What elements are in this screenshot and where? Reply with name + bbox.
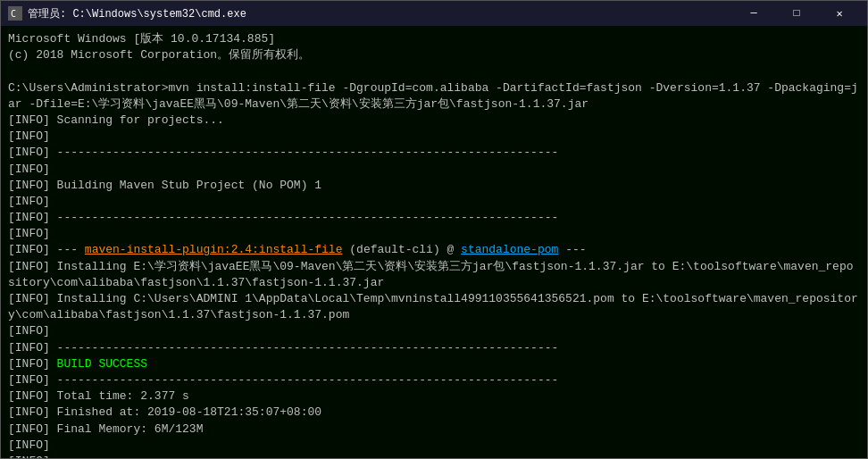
info-bracket-9: [INFO] bbox=[8, 243, 57, 256]
line-installing-1: [INFO] Installing E:\学习资料\javaEE黑马\09-Ma… bbox=[8, 259, 860, 291]
line-building: [INFO] Building Maven Stub Project (No P… bbox=[8, 178, 860, 194]
info-bracket-5: [INFO] bbox=[8, 179, 57, 192]
line-finished-at: [INFO] Finished at: 2019-08-18T21:35:07+… bbox=[8, 405, 860, 421]
line-info-blank-2: [INFO] bbox=[8, 162, 860, 178]
info-bracket-4: [INFO] bbox=[8, 163, 50, 176]
info-bracket-20: [INFO] bbox=[8, 455, 57, 458]
info-bracket-2: [INFO] bbox=[8, 129, 50, 143]
maximize-button[interactable]: □ bbox=[776, 1, 817, 26]
title-bar: C 管理员: C:\Windows\system32\cmd.exe ─ □ ✕ bbox=[1, 1, 867, 26]
line-blank-1 bbox=[8, 63, 860, 79]
line-sep-2: [INFO] ---------------------------------… bbox=[8, 210, 860, 226]
title-bar-controls: ─ □ ✕ bbox=[733, 1, 860, 26]
separator-2: ----------------------------------------… bbox=[57, 211, 559, 224]
line-final-memory: [INFO] Final Memory: 6M/123M bbox=[8, 421, 860, 438]
pom-link: standalone-pom bbox=[461, 243, 558, 256]
title-bar-title: 管理员: C:\Windows\system32\cmd.exe bbox=[28, 6, 246, 21]
separator-1: ----------------------------------------… bbox=[57, 146, 559, 159]
info-bracket-17: [INFO] bbox=[8, 405, 57, 419]
plugin-link: maven-install-plugin:2.4:install-file bbox=[85, 243, 343, 256]
info-bracket-8: [INFO] bbox=[8, 227, 50, 240]
cmd-window: C 管理员: C:\Windows\system32\cmd.exe ─ □ ✕… bbox=[0, 0, 868, 459]
line-sep-1: [INFO] ---------------------------------… bbox=[8, 145, 860, 161]
info-bracket-14: [INFO] bbox=[8, 357, 57, 371]
separator-5: ----------------------------------------… bbox=[57, 455, 559, 458]
line-total-time: [INFO] Total time: 2.377 s bbox=[8, 388, 860, 405]
cmd-icon: C bbox=[8, 6, 22, 21]
line-info-blank-4: [INFO] bbox=[8, 226, 860, 242]
info-bracket-7: [INFO] bbox=[8, 211, 57, 224]
info-bracket-19: [INFO] bbox=[8, 438, 50, 452]
info-bracket-6: [INFO] bbox=[8, 195, 50, 208]
info-bracket-16: [INFO] bbox=[8, 389, 57, 403]
info-bracket-13: [INFO] bbox=[8, 341, 57, 355]
title-bar-left: C 管理员: C:\Windows\system32\cmd.exe bbox=[8, 6, 246, 21]
info-bracket-1: [INFO] bbox=[8, 113, 57, 127]
line-scanning: [INFO] Scanning for projects... bbox=[8, 113, 860, 129]
line-copyright: (c) 2018 Microsoft Corporation。保留所有权利。 bbox=[8, 47, 860, 63]
line-info-blank-6: [INFO] bbox=[8, 438, 860, 454]
svg-text:C: C bbox=[11, 9, 16, 19]
separator-4: ----------------------------------------… bbox=[57, 373, 559, 387]
info-bracket-18: [INFO] bbox=[8, 422, 57, 436]
line-build-success: [INFO] BUILD SUCCESS bbox=[8, 356, 860, 372]
line-plugin: [INFO] --- maven-install-plugin:2.4:inst… bbox=[8, 242, 860, 258]
info-bracket-10: [INFO] bbox=[8, 260, 57, 273]
close-button[interactable]: ✕ bbox=[819, 1, 860, 26]
info-bracket-11: [INFO] bbox=[8, 292, 57, 305]
info-bracket-12: [INFO] bbox=[8, 324, 50, 338]
line-info-blank-5: [INFO] bbox=[8, 323, 860, 339]
line-sep-3: [INFO] ---------------------------------… bbox=[8, 340, 860, 356]
line-command: C:\Users\Administrator>mvn install:insta… bbox=[8, 80, 860, 113]
minimize-button[interactable]: ─ bbox=[733, 1, 774, 26]
line-info-blank-3: [INFO] bbox=[8, 194, 860, 210]
separator-3: ----------------------------------------… bbox=[57, 341, 559, 355]
line-windows-version: Microsoft Windows [版本 10.0.17134.885] bbox=[8, 31, 860, 47]
line-info-blank-1: [INFO] bbox=[8, 129, 860, 145]
line-sep-4: [INFO] ---------------------------------… bbox=[8, 372, 860, 388]
line-installing-2: [INFO] Installing C:\Users\ADMINI 1\AppD… bbox=[8, 291, 860, 323]
info-bracket-15: [INFO] bbox=[8, 373, 57, 387]
line-sep-5: [INFO] ---------------------------------… bbox=[8, 454, 860, 458]
info-bracket-3: [INFO] bbox=[8, 146, 57, 159]
build-success-text: BUILD SUCCESS bbox=[57, 357, 147, 371]
terminal-body[interactable]: Microsoft Windows [版本 10.0.17134.885] (c… bbox=[1, 26, 867, 458]
